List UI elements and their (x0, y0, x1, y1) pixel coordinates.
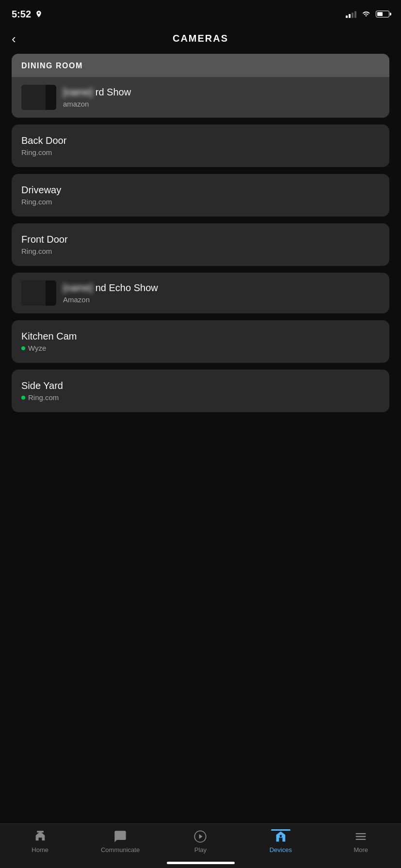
camera-thumbnail-echo-show (21, 280, 56, 306)
nav-label-home: Home (32, 846, 48, 853)
camera-name-back-door: Back Door (21, 135, 380, 146)
camera-source-front-door: Ring.com (21, 247, 380, 255)
nav-item-home[interactable]: Home (11, 830, 69, 853)
nav-item-more[interactable]: More (332, 830, 390, 853)
camera-item-kitchen-cam[interactable]: Kitchen Cam Wyze (12, 320, 389, 363)
signal-strength (346, 10, 356, 18)
svg-rect-5 (356, 839, 366, 840)
camera-source-label-side-yard: Ring.com (28, 393, 59, 402)
camera-content-echo-show: [name] nd Echo Show Amazon (12, 273, 389, 313)
section-title: DINING ROOM (21, 62, 83, 70)
camera-name-side-yard: Side Yard (21, 380, 380, 391)
communicate-icon (113, 830, 127, 843)
camera-content-side-yard: Side Yard Ring.com (12, 370, 389, 412)
nav-label-play: Play (194, 846, 207, 853)
camera-list: DINING ROOM [name] rd Show amazon (0, 54, 401, 412)
camera-name-echo-suffix: nd Echo Show (96, 282, 158, 293)
camera-content-driveway: Driveway Ring.com (12, 174, 389, 217)
active-indicator (271, 829, 290, 831)
camera-source-label-kitchen: Wyze (28, 344, 46, 352)
nav-label-devices: Devices (270, 846, 292, 853)
camera-item-driveway[interactable]: Driveway Ring.com (12, 174, 389, 217)
section-header-dining-room: DINING ROOM (12, 54, 389, 77)
devices-icon (274, 830, 288, 843)
status-time: 5:52 (12, 9, 43, 20)
camera-source-label: amazon (63, 100, 89, 108)
camera-source-label-front-door: Ring.com (21, 247, 52, 255)
more-icon (354, 830, 368, 843)
camera-source-echo: Amazon (63, 295, 380, 304)
camera-section-dining-room[interactable]: DINING ROOM [name] rd Show amazon (12, 54, 389, 118)
camera-content-kitchen-cam: Kitchen Cam Wyze (12, 320, 389, 363)
svg-rect-0 (37, 831, 44, 833)
camera-source-back-door: Ring.com (21, 148, 380, 156)
camera-item-side-yard[interactable]: Side Yard Ring.com (12, 370, 389, 412)
camera-source-label-echo: Amazon (63, 295, 90, 304)
redacted-prefix: [name] (63, 87, 93, 98)
camera-source-side-yard: Ring.com (21, 393, 380, 402)
page-header: ‹ CAMERAS (0, 25, 401, 54)
camera-source-driveway: Ring.com (21, 198, 380, 206)
camera-content-front-door: Front Door Ring.com (12, 223, 389, 266)
camera-info-third-show: [name] rd Show amazon (63, 87, 380, 108)
wifi-icon (361, 10, 371, 18)
svg-rect-3 (356, 833, 366, 834)
camera-thumbnail-third-show (21, 85, 56, 110)
camera-name-suffix: rd Show (96, 87, 131, 97)
camera-item-back-door[interactable]: Back Door Ring.com (12, 124, 389, 167)
status-bar: 5:52 (0, 0, 401, 25)
time-display: 5:52 (12, 9, 31, 20)
nav-item-play[interactable]: Play (171, 830, 229, 853)
home-indicator (167, 862, 235, 864)
camera-name-driveway: Driveway (21, 185, 380, 196)
camera-name: [name] rd Show (63, 87, 380, 98)
back-button[interactable]: ‹ (12, 32, 16, 45)
play-icon (193, 830, 207, 843)
camera-source: amazon (63, 100, 380, 108)
redacted-prefix-echo: [name] (63, 282, 93, 294)
status-icons (346, 10, 389, 18)
camera-item-echo-show[interactable]: [name] nd Echo Show Amazon (12, 273, 389, 313)
home-icon (33, 830, 47, 843)
page-title: CAMERAS (173, 33, 228, 44)
camera-source-label-back-door: Ring.com (21, 148, 52, 156)
svg-point-2 (280, 835, 282, 837)
camera-content-back-door: Back Door Ring.com (12, 124, 389, 167)
battery-indicator (376, 11, 389, 17)
camera-name-kitchen: Kitchen Cam (21, 331, 380, 342)
camera-name-echo: [name] nd Echo Show (63, 282, 380, 294)
nav-label-more: More (353, 846, 368, 853)
camera-info-echo-show: [name] nd Echo Show Amazon (63, 282, 380, 304)
camera-source-label-driveway: Ring.com (21, 198, 52, 206)
nav-label-communicate: Communicate (101, 846, 140, 853)
nav-item-devices[interactable]: Devices (252, 830, 310, 853)
camera-item-front-door[interactable]: Front Door Ring.com (12, 223, 389, 266)
camera-name-front-door: Front Door (21, 234, 380, 245)
svg-rect-4 (356, 836, 366, 837)
camera-source-kitchen: Wyze (21, 344, 380, 352)
dining-room-item: [name] rd Show amazon (12, 77, 389, 118)
location-icon (35, 10, 43, 18)
nav-item-communicate[interactable]: Communicate (91, 830, 149, 853)
